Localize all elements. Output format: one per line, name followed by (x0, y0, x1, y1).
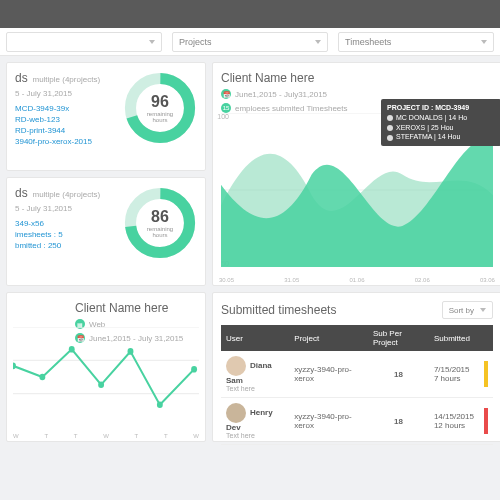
chevron-down-icon (315, 40, 321, 44)
card1-date: 5 - July 31,2015 (15, 89, 72, 98)
dot-icon (387, 135, 393, 141)
card1-title: ds (15, 71, 28, 85)
status-bar-icon (484, 361, 488, 387)
table-row[interactable]: Henry DevText here xyzzy-3940-pro-xerox … (221, 398, 493, 445)
donut2-label: remaining hours (141, 226, 180, 238)
card2-subtitle: multiple (4projects) (32, 190, 100, 199)
chart-tooltip: PROJECT ID : MCD-3949 MC DONALDS | 14 Ho… (381, 99, 500, 146)
card1-subtitle: multiple (4projects) (32, 75, 100, 84)
donut2-value: 86 (141, 208, 180, 226)
chevron-down-icon (481, 40, 487, 44)
donut1-label: remaining hours (141, 111, 180, 123)
card2-title: ds (15, 186, 28, 200)
filter-timesheets[interactable]: Timesheets (338, 32, 494, 52)
svg-point-13 (98, 381, 104, 388)
svg-point-12 (69, 346, 75, 353)
donut1-value: 96 (141, 93, 180, 111)
donut-chart-1: 96 remaining hours (121, 69, 199, 147)
mini-line-chart (13, 327, 199, 427)
client-card-1: ds multiple (4projects) 5 - July 31,2015… (6, 62, 206, 171)
svg-point-14 (128, 348, 134, 355)
filter-bar: Projects Timesheets (0, 28, 500, 56)
svg-point-11 (39, 374, 45, 381)
tooltip-header: PROJECT ID : MCD-3949 (387, 103, 495, 113)
timesheets-table: User Project Sub Per Project Submitted D… (221, 325, 493, 445)
main-area-chart-card: Client Name here 📅 June1,2015 - July31,2… (212, 62, 500, 286)
status-bar-icon (484, 408, 488, 434)
col-user: User (221, 325, 289, 351)
linecard-title: Client Name here (75, 301, 197, 315)
svg-point-15 (157, 401, 163, 408)
dot-icon (387, 115, 393, 121)
filter-blank[interactable] (6, 32, 162, 52)
card2-date: 5 - July 31,2015 (15, 204, 72, 213)
timesheets-title: Submitted timesheets (221, 303, 336, 317)
chevron-down-icon (480, 308, 486, 312)
col-sub: Sub Per Project (368, 325, 429, 351)
filter-projects-label: Projects (179, 37, 212, 47)
top-navbar (0, 0, 500, 28)
x-axis: 30.05 31.05 01.06 02.06 03.06 (219, 277, 495, 283)
line-chart-card: Client Name here ▦Web 📅June1,2015 - July… (6, 292, 206, 442)
sort-by-dropdown[interactable]: Sort by (442, 301, 493, 319)
avatar (226, 356, 246, 376)
client-card-2: ds multiple (4projects) 5 - July 31,2015… (6, 177, 206, 286)
x-axis-mini: W T T W T T W (13, 433, 199, 439)
chevron-down-icon (149, 40, 155, 44)
timesheets-card: Submitted timesheets Sort by User Projec… (212, 292, 500, 442)
calendar-icon: 📅 (221, 89, 231, 99)
dot-icon (387, 125, 393, 131)
donut-chart-2: 86 remaining hours (121, 184, 199, 262)
col-project: Project (289, 325, 368, 351)
svg-point-10 (13, 363, 16, 370)
bigchart-date: June1,2015 - July31,2015 (235, 90, 327, 99)
bigchart-info: emploees submited Timesheets (235, 104, 348, 113)
svg-point-16 (191, 366, 197, 373)
filter-projects[interactable]: Projects (172, 32, 328, 52)
users-icon: 15 (221, 103, 231, 113)
bigchart-title: Client Name here (221, 71, 493, 85)
col-submitted: Submitted (429, 325, 479, 351)
table-row[interactable]: Diana SamText here xyzzy-3940-pro-xerox … (221, 351, 493, 398)
filter-timesheets-label: Timesheets (345, 37, 391, 47)
avatar (226, 403, 246, 423)
